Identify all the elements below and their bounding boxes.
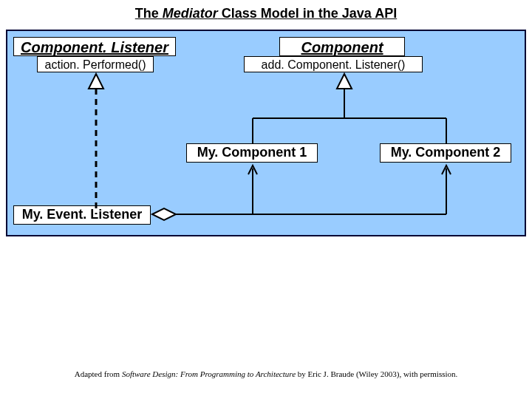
class-my-component-2-name: My. Component 2 (391, 145, 501, 160)
triangle-realize-icon (89, 74, 103, 89)
method-add-component-listener-text: add. Component. Listener() (262, 58, 406, 71)
title-post: Class Model in the Java API (218, 6, 397, 21)
class-component-name: Component (301, 39, 383, 55)
diagram-canvas: Component. Listener action. Performed() … (6, 30, 526, 236)
class-component: Component (279, 37, 405, 56)
aggregation-diamond-icon (152, 208, 176, 220)
footer-post: by Eric J. Braude (Wiley 2003), with per… (296, 369, 457, 378)
triangle-generalize-icon (337, 74, 352, 89)
class-my-event-listener-name: My. Event. Listener (22, 207, 143, 222)
diagram-title: The Mediator Class Model in the Java API (0, 0, 532, 21)
class-my-component-1: My. Component 1 (186, 143, 318, 163)
class-my-component-1-name: My. Component 1 (197, 145, 307, 160)
method-add-component-listener: add. Component. Listener() (244, 56, 423, 72)
class-my-component-2: My. Component 2 (380, 143, 511, 163)
footer-pre: Adapted from (75, 369, 122, 378)
class-component-listener: Component. Listener (13, 37, 176, 56)
method-action-performed-text: action. Performed() (45, 58, 146, 71)
arrow-mc2-icon (442, 166, 451, 174)
class-my-event-listener: My. Event. Listener (13, 205, 151, 225)
title-pre: The (135, 6, 163, 21)
method-action-performed: action. Performed() (37, 56, 154, 72)
footer-book: Software Design: From Programming to Arc… (122, 369, 296, 378)
class-component-listener-name: Component. Listener (21, 39, 168, 55)
footer-attribution: Adapted from Software Design: From Progr… (0, 369, 532, 378)
arrow-mc1-icon (248, 166, 257, 174)
title-mediator: Mediator (163, 6, 218, 21)
